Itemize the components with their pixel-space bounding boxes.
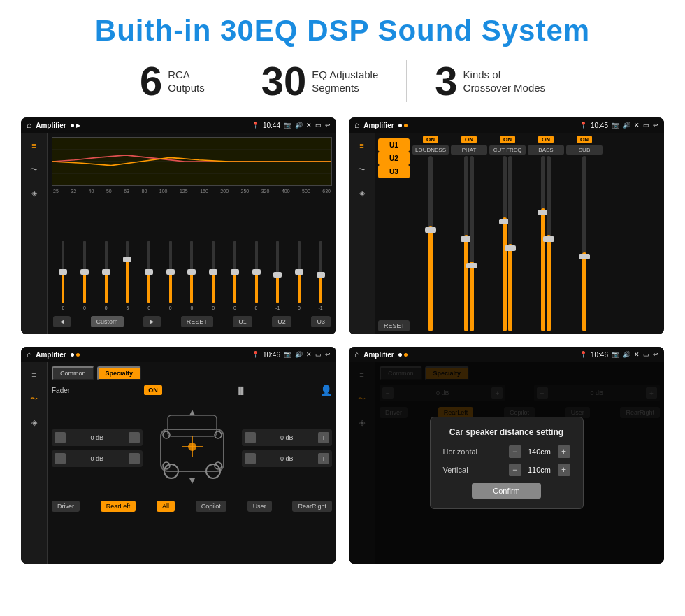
crossover-u2-button[interactable]: U2 xyxy=(378,152,410,165)
sub-tracks xyxy=(582,156,586,331)
loudness-track-1[interactable] xyxy=(428,156,433,331)
fader-rearleft-btn[interactable]: RearLeft xyxy=(101,501,136,512)
loudness-thumb-1[interactable] xyxy=(425,227,436,233)
screen2-body: ≡ 〜 ◈ U1 U2 U3 RESET xyxy=(349,133,664,334)
slider-track-11[interactable] xyxy=(298,241,301,303)
fader-tab-specialty[interactable]: Specialty xyxy=(97,366,142,380)
fader-rearright-btn[interactable]: RearRight xyxy=(292,501,332,512)
slider-thumb-6[interactable] xyxy=(187,269,196,275)
sub-thumb-1[interactable] xyxy=(579,254,590,259)
screen1-time: 10:44 xyxy=(263,122,280,129)
play-icon: ▶ xyxy=(76,122,80,129)
speaker-icon[interactable]: ◈ xyxy=(27,186,41,200)
dot-orange-4 xyxy=(404,353,408,357)
slider-track-12[interactable] xyxy=(319,241,322,303)
phat-thumb-2[interactable] xyxy=(466,263,477,268)
eq-next-button[interactable]: ► xyxy=(143,316,161,327)
slider-thumb-3[interactable] xyxy=(123,257,131,262)
slider-track-0[interactable] xyxy=(62,241,64,303)
speaker-icon-3[interactable]: ◈ xyxy=(27,415,41,429)
eq-icon-3[interactable]: ≡ xyxy=(27,368,41,382)
speaker-icon-2[interactable]: ◈ xyxy=(355,186,369,200)
cutfreq-thumb-2[interactable] xyxy=(505,245,516,251)
wave-icon-2[interactable]: 〜 xyxy=(355,162,369,176)
fader-bottom: Driver RearLeft All Copilot User RearRig… xyxy=(52,501,332,512)
db-plus-front-left[interactable]: + xyxy=(129,432,140,443)
db-plus-rear-right[interactable]: + xyxy=(318,453,329,464)
eq-prev-button[interactable]: ◄ xyxy=(53,316,71,327)
slider-thumb-9[interactable] xyxy=(252,269,261,275)
fader-driver-btn[interactable]: Driver xyxy=(52,501,80,512)
db-minus-front-right[interactable]: − xyxy=(245,432,256,443)
home-icon-4[interactable]: ⌂ xyxy=(354,350,359,359)
fader-tab-common[interactable]: Common xyxy=(52,366,94,380)
dialog-horizontal-minus[interactable]: − xyxy=(509,445,521,458)
slider-8: 0 xyxy=(225,241,245,310)
home-icon[interactable]: ⌂ xyxy=(27,120,31,130)
home-icon-2[interactable]: ⌂ xyxy=(354,120,359,130)
eq-u1-button[interactable]: U1 xyxy=(233,316,252,327)
slider-track-8[interactable] xyxy=(233,241,236,303)
phat-track-1[interactable] xyxy=(464,156,468,331)
stat-rca: 6 RCAOutputs xyxy=(112,61,233,101)
fader-user-btn[interactable]: User xyxy=(247,501,272,512)
eq-u3-button[interactable]: U3 xyxy=(311,316,331,327)
fader-all-btn[interactable]: All xyxy=(157,501,175,512)
db-plus-front-right[interactable]: + xyxy=(318,432,329,443)
db-minus-rear-right[interactable]: − xyxy=(245,453,256,464)
slider-track-4[interactable] xyxy=(147,241,150,303)
dialog-horizontal-control: − 140cm + xyxy=(509,445,570,458)
slider-track-2[interactable] xyxy=(105,241,108,303)
wave-icon-3[interactable]: 〜 xyxy=(27,392,41,406)
slider-track-3[interactable] xyxy=(126,241,129,303)
slider-thumb-0[interactable] xyxy=(59,269,67,275)
slider-fill-8 xyxy=(233,272,236,303)
slider-track-6[interactable] xyxy=(190,241,193,303)
bass-track-2[interactable] xyxy=(547,156,551,331)
phat-track-2[interactable] xyxy=(470,156,474,331)
eq-custom-button[interactable]: Custom xyxy=(91,316,124,327)
eq-icon-2[interactable]: ≡ xyxy=(355,138,369,152)
crossover-u3-button[interactable]: U3 xyxy=(378,165,410,178)
dialog-horizontal-plus[interactable]: + xyxy=(558,445,570,458)
slider-track-1[interactable] xyxy=(83,241,86,303)
slider-thumb-4[interactable] xyxy=(145,269,153,275)
slider-thumb-10[interactable] xyxy=(273,272,282,278)
sub-track-1[interactable] xyxy=(582,156,586,331)
slider-thumb-8[interactable] xyxy=(231,269,239,275)
eq-reset-button[interactable]: RESET xyxy=(181,316,213,327)
db-minus-rear-left[interactable]: − xyxy=(55,453,66,464)
slider-thumb-11[interactable] xyxy=(295,269,303,275)
db-plus-rear-left[interactable]: + xyxy=(129,453,140,464)
slider-track-5[interactable] xyxy=(169,241,172,303)
bass-thumb-2[interactable] xyxy=(543,236,554,242)
fader-person-icon[interactable]: 👤 xyxy=(320,385,332,396)
fader-copilot-btn[interactable]: Copilot xyxy=(196,501,226,512)
slider-thumb-2[interactable] xyxy=(102,269,110,275)
slider-track-10[interactable] xyxy=(276,241,279,303)
crossover-u1-button[interactable]: U1 xyxy=(378,138,410,152)
dialog-horizontal-value: 140cm xyxy=(526,447,554,456)
slider-thumb-7[interactable] xyxy=(209,269,217,275)
slider-track-7[interactable] xyxy=(212,241,215,303)
slider-fill-3 xyxy=(126,259,129,303)
dialog-vertical-minus[interactable]: − xyxy=(509,464,521,476)
slider-thumb-5[interactable] xyxy=(166,269,175,275)
crossover-reset-button[interactable]: RESET xyxy=(378,320,410,331)
bass-track-1[interactable] xyxy=(541,156,545,331)
dialog-vertical-plus[interactable]: + xyxy=(558,464,570,476)
slider-thumb-12[interactable] xyxy=(317,272,325,278)
bass-label: BASS xyxy=(528,145,564,155)
dialog-confirm-button[interactable]: Confirm xyxy=(472,483,541,499)
eq-u2-button[interactable]: U2 xyxy=(272,316,291,327)
cutfreq-track-2[interactable] xyxy=(508,156,512,331)
home-icon-3[interactable]: ⌂ xyxy=(27,350,31,359)
eq-icon[interactable]: ≡ xyxy=(27,138,41,152)
slider-thumb-1[interactable] xyxy=(80,269,89,275)
wave-icon[interactable]: 〜 xyxy=(27,162,41,176)
screen1-app-name: Amplifier xyxy=(36,122,66,129)
slider-track-9[interactable] xyxy=(255,241,258,303)
db-minus-front-left[interactable]: − xyxy=(55,432,66,443)
cutfreq-track-1[interactable] xyxy=(503,156,507,331)
camera-icon: 📷 xyxy=(284,122,291,129)
